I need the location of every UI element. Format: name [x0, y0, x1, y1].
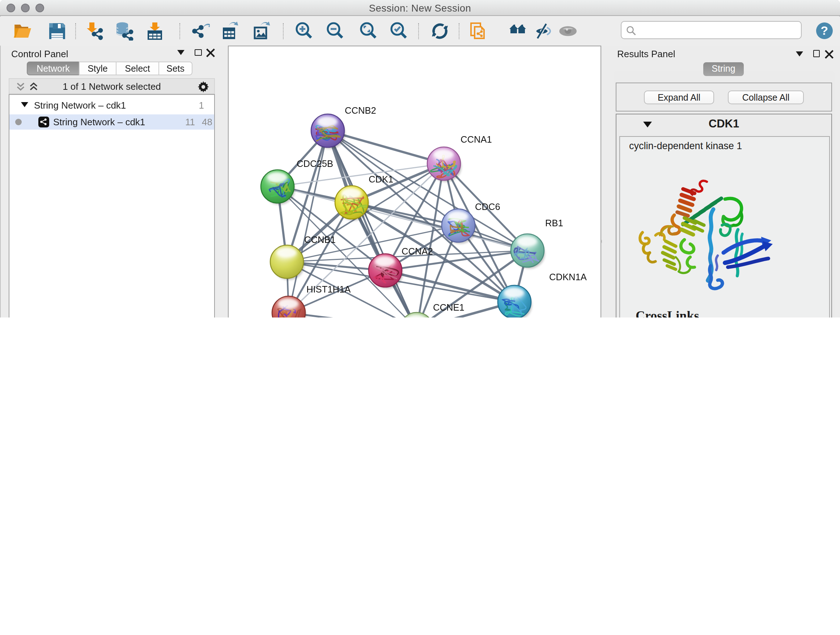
svg-text:CDKN1A: CDKN1A	[549, 272, 587, 282]
svg-text:CDC6: CDC6	[475, 201, 500, 211]
svg-text:RB1: RB1	[545, 218, 563, 228]
svg-text:CDK1: CDK1	[368, 174, 393, 184]
svg-text:CCNA2: CCNA2	[401, 246, 433, 256]
svg-text:CCNE1: CCNE1	[433, 302, 464, 312]
svg-text:CCNB1: CCNB1	[304, 234, 335, 244]
svg-text:CCNB2: CCNB2	[344, 105, 376, 115]
svg-text:CCNA1: CCNA1	[460, 134, 492, 144]
svg-text:HIST1H1A: HIST1H1A	[306, 284, 351, 294]
svg-text:CDC25B: CDC25B	[296, 158, 333, 168]
